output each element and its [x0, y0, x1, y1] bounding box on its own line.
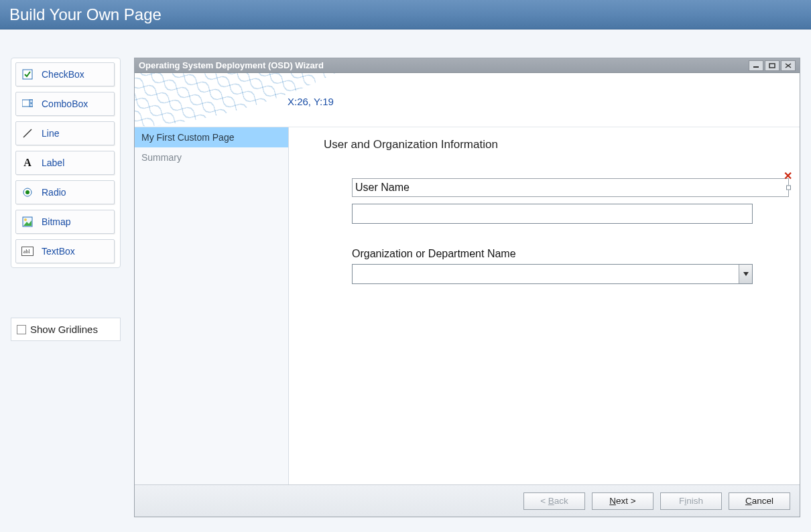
wizard-content: User and Organization Information User N…: [289, 127, 800, 484]
combobox-dropdown-button[interactable]: [739, 265, 752, 283]
svg-point-7: [24, 218, 27, 221]
next-button-label: Next >: [609, 496, 635, 506]
delete-element-button[interactable]: ✕: [784, 170, 792, 182]
nav-item-summary[interactable]: Summary: [135, 147, 288, 168]
show-gridlines-panel: Show Gridlines: [11, 318, 121, 341]
toolbox-label: ComboBox: [42, 98, 88, 109]
checkbox-icon: [21, 68, 34, 80]
wizard-window: Operating System Deployment (OSD) Wizard: [134, 58, 800, 517]
cancel-button[interactable]: Cancel: [729, 492, 790, 510]
coordinate-readout: X:26, Y:19: [288, 96, 334, 107]
textbox-icon: abl: [21, 245, 34, 257]
chevron-down-icon: [743, 272, 749, 276]
organization-label: Organization or Department Name: [352, 248, 789, 260]
cancel-button-label: Cancel: [745, 496, 773, 506]
resize-handle-right[interactable]: [786, 186, 791, 190]
back-button[interactable]: < Back: [523, 492, 585, 510]
toolbox-item-radio[interactable]: Radio: [15, 180, 115, 204]
organization-group: Organization or Department Name: [352, 248, 789, 284]
maximize-button[interactable]: [765, 60, 779, 71]
nav-item-my-first-custom-page[interactable]: My First Custom Page: [135, 127, 288, 147]
wizard-banner: X:26, Y:19: [135, 73, 800, 127]
toolbox-item-label[interactable]: A Label: [15, 151, 115, 175]
svg-rect-11: [769, 64, 775, 68]
organization-selected-value: [353, 265, 739, 283]
user-name-group: User Name ✕: [352, 178, 789, 224]
close-button[interactable]: [781, 60, 796, 71]
toolbox-label: Label: [42, 157, 64, 168]
bitmap-icon: [21, 216, 34, 228]
toolbox-item-checkbox[interactable]: CheckBox: [15, 62, 115, 86]
back-button-label: < Back: [540, 496, 568, 506]
svg-line-3: [23, 129, 32, 137]
maximize-icon: [769, 63, 775, 68]
toolbox-panel: CheckBox ComboBox Line A Label Radio: [11, 58, 121, 268]
organization-combobox[interactable]: [352, 264, 753, 284]
close-icon: [785, 63, 792, 68]
minimize-button[interactable]: [749, 60, 763, 71]
wizard-footer: < Back Next > Finish Cancel: [135, 484, 800, 517]
finish-button-label: Finish: [679, 496, 703, 506]
toolbox-label: Bitmap: [42, 216, 71, 227]
toolbox-label: CheckBox: [42, 69, 84, 80]
page-title: Build Your Own Page: [9, 5, 162, 24]
checkbox-empty-icon: [17, 325, 26, 334]
next-button[interactable]: Next >: [592, 492, 653, 510]
user-name-label-text: User Name: [355, 182, 410, 194]
page-header: Build Your Own Page: [0, 0, 811, 29]
toolbox-item-combobox[interactable]: ComboBox: [15, 92, 115, 116]
toolbox-item-textbox[interactable]: abl TextBox: [15, 239, 115, 263]
toolbox-item-bitmap[interactable]: Bitmap: [15, 210, 115, 234]
label-icon: A: [21, 157, 34, 169]
combobox-icon: [21, 98, 34, 110]
svg-point-5: [25, 190, 29, 194]
user-name-input[interactable]: [352, 204, 753, 224]
wizard-title: Operating System Deployment (OSD) Wizard: [139, 60, 747, 70]
wizard-titlebar[interactable]: Operating System Deployment (OSD) Wizard: [135, 58, 800, 73]
minimize-icon: [753, 63, 759, 68]
user-name-label-design-element[interactable]: User Name ✕: [352, 178, 789, 197]
svg-text:abl: abl: [23, 249, 31, 255]
toolbox-label: TextBox: [42, 246, 75, 257]
toolbox-label: Line: [42, 128, 59, 139]
line-icon: [21, 127, 34, 139]
radio-icon: [21, 186, 34, 198]
toolbox-item-line[interactable]: Line: [15, 121, 115, 145]
wizard-nav: My First Custom Page Summary: [135, 127, 289, 484]
content-heading: User and Organization Information: [324, 138, 789, 151]
finish-button[interactable]: Finish: [660, 492, 722, 510]
show-gridlines-checkbox[interactable]: Show Gridlines: [17, 324, 115, 335]
toolbox-label: Radio: [42, 187, 66, 198]
show-gridlines-label: Show Gridlines: [30, 324, 98, 335]
